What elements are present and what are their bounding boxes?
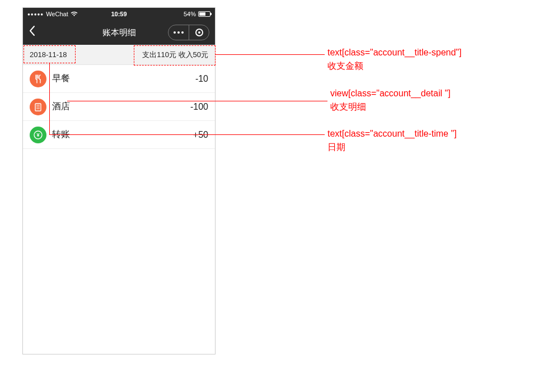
annotation-line — [216, 54, 325, 55]
row-label: 酒店 — [52, 101, 70, 113]
row-label: 早餐 — [52, 73, 70, 85]
annotation-time: text[class="account__title-time "] 日期 — [327, 127, 457, 154]
target-icon — [195, 29, 203, 36]
page-title: 账本明细 — [102, 27, 136, 38]
svg-text:¥: ¥ — [36, 132, 39, 138]
annotation-selector: text[class="account__title-spend"] — [327, 46, 462, 59]
battery-percent: 54% — [184, 11, 196, 17]
status-bar: ●●●●● WeChat 10:59 54% — [23, 8, 215, 20]
row-label: 转账 — [52, 129, 70, 141]
account-summary: 2018-11-18 支出110元 收入50元 — [23, 45, 215, 65]
transfer-icon: ¥ — [30, 127, 46, 143]
more-button[interactable] — [168, 25, 189, 40]
more-icon — [174, 31, 184, 34]
status-time: 10:59 — [111, 11, 127, 17]
status-right: 54% — [184, 11, 210, 17]
account-detail-row[interactable]: ¥ 转账 +50 — [23, 121, 215, 149]
carrier-label: WeChat — [46, 11, 68, 17]
nav-bar: 账本明细 — [23, 20, 215, 45]
row-amount: -100 — [190, 102, 208, 112]
account-title-time: 2018-11-18 — [30, 50, 67, 59]
account-detail-row[interactable]: 酒店 -100 — [23, 93, 215, 121]
annotation-desc: 收支金额 — [327, 59, 462, 73]
close-miniapp-button[interactable] — [189, 25, 209, 40]
account-title-spend: 支出110元 收入50元 — [142, 50, 208, 60]
annotation-desc: 收支明细 — [330, 100, 451, 114]
chevron-left-icon — [29, 25, 35, 36]
phone-frame: ●●●●● WeChat 10:59 54% 账本明细 — [22, 7, 216, 354]
nav-capsule — [168, 25, 209, 40]
annotation-selector: view[class="account__detail "] — [330, 87, 451, 100]
row-amount: -10 — [195, 74, 208, 84]
annotation-desc: 日期 — [327, 141, 457, 154]
status-left: ●●●●● WeChat — [27, 11, 78, 17]
back-button[interactable] — [29, 25, 35, 40]
wifi-icon — [71, 11, 78, 17]
annotation-detail: view[class="account__detail "] 收支明细 — [330, 87, 451, 114]
annotation-spend: text[class="account__title-spend"] 收支金额 — [327, 46, 462, 73]
battery-icon — [198, 11, 210, 17]
annotation-selector: text[class="account__title-time "] — [327, 127, 457, 141]
signal-dots-icon: ●●●●● — [27, 12, 44, 17]
hotel-icon — [30, 99, 46, 115]
account-detail-row[interactable]: 早餐 -10 — [23, 65, 215, 93]
row-amount: +50 — [193, 130, 208, 140]
food-icon — [30, 71, 46, 87]
